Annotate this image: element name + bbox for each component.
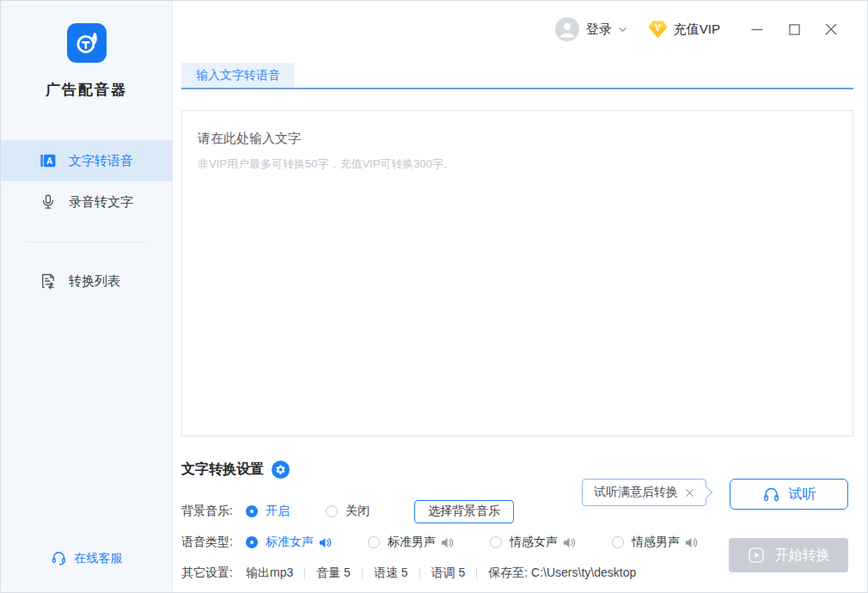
sidebar-item-speech-to-text[interactable]: 录音转文字 <box>1 181 172 223</box>
sidebar: 广告配音器 A 文字转语音 <box>1 1 173 592</box>
sidebar-item-text-to-speech[interactable]: A 文字转语音 <box>1 140 172 181</box>
radio-icon <box>246 536 258 548</box>
pitch-value: 语调 5 <box>420 565 477 581</box>
sidebar-divider <box>27 241 146 242</box>
start-convert-button[interactable]: 开始转换 <box>729 538 848 572</box>
vip-gem-icon: V <box>647 20 669 40</box>
microphone-icon <box>39 193 58 211</box>
tooltip-text: 试听满意后转换 <box>594 485 678 500</box>
app-logo-icon <box>67 23 107 63</box>
editor-placeholder-title: 请在此处输入文字 <box>198 131 837 147</box>
other-settings-values: 输出mp3 音量 5 语速 5 语调 5 保存至: C:\Users\ty\de… <box>246 565 647 581</box>
settings-header: 文字转换设置 <box>181 461 853 479</box>
tab-input-text-to-speech[interactable]: 输入文字转语音 <box>181 63 295 88</box>
sidebar-item-conversion-list[interactable]: 转换列表 <box>1 260 172 302</box>
titlebar: 登录 V 充值VIP <box>174 1 867 58</box>
headphones-icon <box>762 486 780 504</box>
output-format-value: 输出mp3 <box>246 565 304 581</box>
radio-icon <box>368 536 380 548</box>
radio-voice-standard-female[interactable]: 标准女声 <box>246 535 332 550</box>
speaker-icon[interactable] <box>685 536 698 549</box>
translate-icon: A <box>39 151 58 170</box>
minimize-button[interactable] <box>750 22 764 36</box>
play-icon <box>748 547 765 564</box>
audition-label: 试听 <box>789 486 816 504</box>
gear-icon[interactable] <box>272 461 290 479</box>
choose-bg-music-button[interactable]: 选择背景音乐 <box>414 500 514 523</box>
sidebar-item-label: 转换列表 <box>69 273 120 290</box>
recharge-vip-button[interactable]: V 充值VIP <box>647 20 720 40</box>
voice-type-label: 语音类型: <box>181 535 246 550</box>
svg-text:V: V <box>655 23 661 33</box>
maximize-button[interactable] <box>787 22 801 36</box>
speaker-icon[interactable] <box>441 536 454 549</box>
login-label: 登录 <box>586 21 612 38</box>
window-controls <box>750 22 838 36</box>
avatar <box>555 17 579 41</box>
editor-placeholder-hint: 非VIP用户最多可转换50字，充值VIP可转换300字。 <box>198 156 837 172</box>
headset-icon <box>51 550 67 566</box>
bg-music-label: 背景音乐: <box>181 504 246 519</box>
other-settings-label: 其它设置: <box>181 565 246 581</box>
recharge-vip-label: 充值VIP <box>674 21 720 38</box>
chevron-down-icon <box>617 24 628 35</box>
audition-tooltip: 试听满意后转换 <box>582 479 706 506</box>
sidebar-menu: A 文字转语音 录音转文字 <box>1 140 172 302</box>
radio-icon <box>246 505 258 517</box>
radio-icon <box>326 505 338 517</box>
tab-underline <box>181 88 853 89</box>
radio-voice-emotional-male[interactable]: 情感男声 <box>612 535 698 550</box>
customer-service-label: 在线客服 <box>75 551 123 566</box>
volume-value: 音量 5 <box>305 565 362 581</box>
sidebar-item-label: 录音转文字 <box>69 194 133 211</box>
convert-label: 开始转换 <box>775 547 830 565</box>
settings-title: 文字转换设置 <box>181 461 264 479</box>
radio-voice-standard-male[interactable]: 标准男声 <box>368 535 454 550</box>
text-input-area[interactable]: 请在此处输入文字 非VIP用户最多可转换50字，充值VIP可转换300字。 <box>181 110 853 437</box>
tooltip-close-icon[interactable] <box>685 488 694 498</box>
login-button[interactable]: 登录 <box>555 17 628 41</box>
speaker-icon[interactable] <box>319 536 332 549</box>
radio-voice-emotional-female[interactable]: 情感女声 <box>490 535 576 550</box>
app-window: 广告配音器 A 文字转语音 <box>0 0 868 593</box>
save-path-value: 保存至: C:\Users\ty\desktop <box>477 565 647 581</box>
radio-bg-music-off[interactable]: 关闭 <box>326 504 370 519</box>
conversion-list-icon <box>39 272 58 290</box>
customer-service-link[interactable]: 在线客服 <box>1 550 172 566</box>
close-button[interactable] <box>824 22 838 36</box>
radio-icon <box>490 536 502 548</box>
speed-value: 语速 5 <box>363 565 419 581</box>
audition-button[interactable]: 试听 <box>730 479 848 510</box>
sidebar-item-label: 文字转语音 <box>69 153 133 169</box>
radio-bg-music-on[interactable]: 开启 <box>246 504 290 519</box>
app-title: 广告配音器 <box>1 80 172 100</box>
speaker-icon[interactable] <box>563 536 576 549</box>
svg-text:A: A <box>46 156 52 166</box>
main-area: 登录 V 充值VIP <box>174 1 867 592</box>
radio-icon <box>612 536 624 548</box>
